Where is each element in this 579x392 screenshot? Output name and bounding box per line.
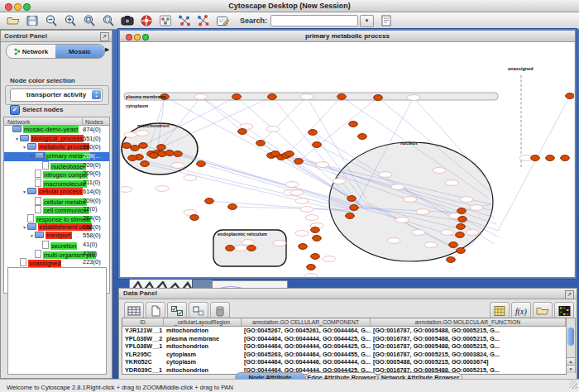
table-cell[interactable]: [GO:0045263, GO:0044464, GO:0044455, G..…: [242, 351, 371, 359]
table-cell[interactable]: [GO:0044464, GO:0044444, GO:0044425, G..…: [242, 342, 371, 351]
network-node[interactable]: [350, 205, 359, 211]
session-details-icon[interactable]: [378, 14, 395, 28]
camera-icon[interactable]: [119, 14, 136, 28]
network-node[interactable]: [285, 151, 294, 157]
table-scrollbar[interactable]: ▲ ▼: [566, 318, 576, 373]
zoom-out-icon[interactable]: [43, 14, 60, 28]
select-attributes-icon[interactable]: [167, 302, 187, 319]
select-nodes-checkbox[interactable]: ✓: [10, 105, 20, 115]
heatmap-icon[interactable]: [554, 302, 574, 319]
function-builder-icon[interactable]: f(x): [511, 302, 531, 319]
table-cell[interactable]: cytoplasm: [164, 358, 242, 366]
tree-row[interactable]: ▼primary metabo209(...: [4, 152, 109, 161]
network-node[interactable]: [313, 236, 322, 241]
tree-row[interactable]: nucleobase-209(0): [4, 161, 109, 170]
network-node[interactable]: [294, 159, 304, 165]
network-node[interactable]: [349, 122, 358, 127]
network-node[interactable]: [313, 142, 322, 148]
annotation-icon[interactable]: [214, 14, 231, 28]
table-cell[interactable]: mitochondrion: [164, 366, 242, 375]
table-column-header[interactable]: annotation.GO CELLULAR_COMPONENT: [242, 318, 371, 327]
table-column-header[interactable]: annotation.GO MOLECULAR_FUNCTION: [371, 318, 566, 327]
open-folder-icon[interactable]: [5, 14, 22, 28]
network-node[interactable]: [268, 94, 277, 100]
combobox-stepper-icon[interactable]: ▲▼: [92, 90, 101, 99]
minimize-window-icon[interactable]: [14, 3, 22, 11]
table-cell[interactable]: mitochondrion: [164, 342, 242, 351]
table-cell[interactable]: YDR039C__1: [122, 366, 164, 375]
search-input[interactable]: [270, 15, 358, 26]
tree-row[interactable]: secretion41(0): [4, 241, 109, 250]
network-node[interactable]: [131, 146, 140, 151]
tree-row[interactable]: cellular metabo209(0): [4, 197, 109, 206]
tree-row[interactable]: ▼metabolic process280(0): [4, 143, 109, 152]
table-cell[interactable]: [GO:0016787, GO:0005488, GO:0005215, G..…: [371, 327, 566, 335]
network-node[interactable]: [226, 246, 235, 251]
network-node[interactable]: [157, 145, 166, 151]
layout-network-1-icon[interactable]: [176, 14, 193, 28]
tree-row[interactable]: nitrogen compo209(0): [4, 170, 109, 179]
attribute-grid-icon[interactable]: [124, 302, 144, 319]
zoom-region-icon[interactable]: [100, 14, 117, 28]
tree-row[interactable]: macromolecule311(0): [4, 179, 109, 188]
node-color-combobox[interactable]: transporter activity ▲▼: [10, 88, 103, 102]
vizmapper-icon[interactable]: [157, 14, 174, 28]
birds-eye-view-panel[interactable]: [7, 267, 107, 375]
network-node[interactable]: [139, 143, 148, 149]
tree-row[interactable]: cell communicat22(0): [4, 205, 109, 214]
network-node[interactable]: [347, 196, 356, 202]
tree-row[interactable]: ▼biological_process651(0): [4, 135, 109, 144]
network-node[interactable]: [197, 161, 206, 167]
table-cell[interactable]: YLR295C: [122, 351, 164, 359]
network-node[interactable]: [190, 215, 199, 221]
table-cell[interactable]: [GO:0016787, GO:0005488, GO:0005215, G..…: [371, 342, 566, 351]
network-node[interactable]: [561, 155, 570, 161]
unselect-attributes-icon[interactable]: [189, 302, 208, 319]
network-node[interactable]: [150, 153, 159, 159]
network-node[interactable]: [174, 151, 183, 157]
layout-network-2-icon[interactable]: [195, 14, 212, 28]
network-node[interactable]: [205, 198, 214, 204]
tree-row[interactable]: unassigned223(0): [4, 258, 109, 267]
network-node[interactable]: [358, 134, 367, 140]
table-cell[interactable]: [GO:0016787, GO:0005215, GO:0003824, G..…: [371, 351, 566, 359]
minimize-network-window-icon[interactable]: [134, 34, 141, 41]
network-node[interactable]: [456, 232, 465, 238]
table-cell[interactable]: [GO:0045267, GO:0045261, GO:0044464, G..…: [242, 327, 371, 335]
network-node[interactable]: [457, 208, 467, 214]
tree-column-network[interactable]: Network: [7, 118, 31, 126]
zoom-in-icon[interactable]: [62, 14, 79, 28]
network-node[interactable]: [457, 224, 466, 230]
table-cell[interactable]: YPL036W__1: [122, 342, 164, 351]
attribute-matrix-icon[interactable]: [490, 302, 510, 319]
zoom-network-window-icon[interactable]: [142, 34, 149, 41]
network-node[interactable]: [531, 155, 540, 161]
tree-row[interactable]: ▼cellular process614(0): [4, 188, 109, 197]
resize-grip[interactable]: [569, 380, 577, 389]
network-node[interactable]: [458, 217, 467, 222]
tree-row[interactable]: multi-organism pro42(0): [4, 250, 109, 259]
delete-attribute-icon[interactable]: [210, 302, 230, 319]
network-node[interactable]: [165, 151, 175, 156]
scroll-down-icon[interactable]: ▼: [567, 365, 575, 373]
network-node[interactable]: [232, 94, 242, 100]
network-node[interactable]: [346, 213, 355, 219]
float-panel-icon[interactable]: ↗: [100, 32, 109, 41]
network-node[interactable]: [546, 155, 555, 161]
table-column-header[interactable]: ID: [122, 318, 164, 327]
network-node[interactable]: [141, 161, 150, 167]
tab-mosaic[interactable]: Mosaic: [55, 45, 104, 58]
close-window-icon[interactable]: [5, 3, 12, 11]
tree-column-nodes[interactable]: Nodes: [82, 118, 103, 126]
network-window-titlebar[interactable]: primary metabolic process: [120, 31, 575, 42]
table-column-header[interactable]: _cellularLayoutRegion: [164, 318, 242, 327]
network-node[interactable]: [449, 242, 458, 248]
tab-network[interactable]: Network: [7, 45, 55, 58]
table-cell[interactable]: YKR052C: [122, 358, 164, 366]
network-node[interactable]: [311, 254, 320, 260]
table-cell[interactable]: YJR121W__1: [122, 327, 164, 335]
zoom-window-icon[interactable]: [23, 3, 31, 11]
table-cell[interactable]: [GO:0016787, GO:0005488, GO:0005215, G..…: [371, 335, 566, 343]
tree-row[interactable]: response to stimulu264(0): [4, 214, 109, 223]
network-node[interactable]: [307, 265, 316, 270]
